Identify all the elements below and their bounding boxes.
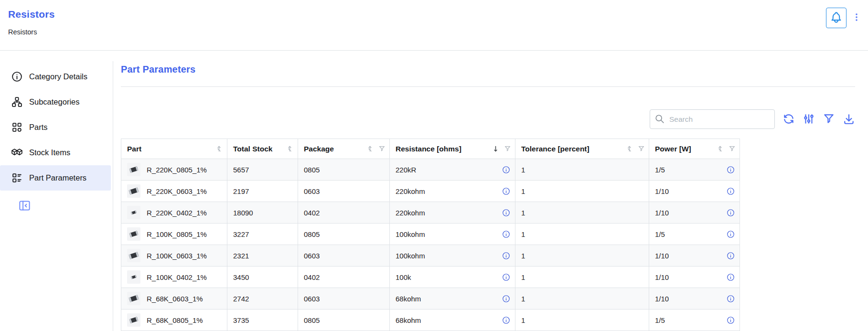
resistance-value: 220kR [396, 166, 416, 174]
filter-icon [823, 119, 835, 127]
sidebar-item-label: Stock Items [29, 148, 70, 157]
info-icon[interactable] [727, 273, 735, 281]
part-name: R_220K_0805_1% [147, 166, 207, 174]
info-icon[interactable] [727, 316, 735, 324]
info-icon[interactable] [502, 209, 510, 217]
column-header-part[interactable]: Part [121, 139, 227, 159]
column-header-stock[interactable]: Total Stock [227, 139, 298, 159]
table-row[interactable]: R_100K_0402_1% 3450 0402 100k 1 1/10 [121, 267, 740, 288]
column-filter-icon[interactable] [504, 145, 511, 152]
download-button[interactable] [842, 113, 855, 126]
info-icon[interactable] [502, 187, 510, 195]
part-name: R_220K_0603_1% [147, 187, 207, 195]
info-icon[interactable] [502, 316, 510, 324]
info-icon[interactable] [502, 295, 510, 303]
sidebar-item-label: Subcategories [29, 97, 80, 107]
table-row[interactable]: R_100K_0805_1% 3227 0805 100kohm 1 1/5 [121, 224, 740, 245]
info-icon[interactable] [502, 230, 510, 238]
column-filter-icon[interactable] [638, 145, 645, 152]
column-filter-icon[interactable] [729, 145, 736, 152]
tolerance-cell: 1 [515, 181, 649, 202]
info-icon[interactable] [727, 166, 735, 174]
part-thumbnail [127, 163, 140, 176]
sidebar-item-subcategories[interactable]: Subcategories [0, 89, 111, 115]
notifications-button[interactable] [826, 8, 847, 28]
info-icon[interactable] [502, 166, 510, 174]
breadcrumb[interactable]: Resistors [8, 28, 868, 36]
resistance-value: 100k [396, 273, 411, 281]
table-row[interactable]: R_100K_0603_1% 2321 0603 100kohm 1 1/10 [121, 245, 740, 267]
tolerance-cell: 1 [515, 245, 649, 267]
total-stock-cell: 3450 [227, 267, 298, 288]
column-header-power[interactable]: Power [W] [649, 139, 740, 159]
total-stock-cell: 5657 [227, 159, 298, 181]
info-icon[interactable] [727, 209, 735, 217]
search-input[interactable] [650, 109, 775, 129]
table-settings-button[interactable] [802, 113, 815, 126]
sidebar-item-stock-items[interactable]: Stock Items [0, 140, 111, 165]
info-icon[interactable] [502, 252, 510, 260]
resistance-value: 68kohm [396, 316, 421, 324]
sidebar: Category DetailsSubcategoriesPartsStock … [0, 51, 113, 331]
table-row[interactable]: R_68K_0603_1% 2742 0603 68kohm 1 1/10 [121, 288, 740, 310]
power-value: 1/10 [655, 252, 669, 260]
power-value: 1/10 [655, 273, 669, 281]
divider [121, 86, 855, 87]
sidebar-item-part-parameters[interactable]: Part Parameters [0, 165, 111, 191]
main-panel: Part Parameters PartTotal StockPackageRe… [113, 51, 868, 331]
resistance-value: 220kohm [396, 187, 425, 195]
column-header-tolerance[interactable]: Tolerance [percent] [515, 139, 649, 159]
total-stock-cell: 18090 [227, 202, 298, 224]
dots-vertical-icon [852, 13, 861, 23]
page-header: Resistors Resistors [0, 0, 868, 51]
tolerance-cell: 1 [515, 224, 649, 245]
list-details-icon [11, 172, 23, 184]
sidebar-item-label: Part Parameters [29, 173, 86, 182]
table-row[interactable]: R_68K_0805_1% 3735 0805 68kohm 1 1/5 [121, 310, 740, 331]
adjustments-icon [803, 119, 815, 127]
total-stock-cell: 2197 [227, 181, 298, 202]
info-icon[interactable] [727, 295, 735, 303]
package-cell: 0805 [298, 310, 390, 331]
sort-desc-icon[interactable] [492, 145, 500, 153]
sort-icon[interactable] [716, 145, 724, 153]
collapse-sidebar-button[interactable] [18, 199, 31, 212]
header-actions [826, 8, 861, 28]
resistance-value: 100kohm [396, 230, 425, 238]
sort-icon[interactable] [625, 145, 633, 153]
sidebar-item-parts[interactable]: Parts [0, 115, 111, 140]
column-label: Power [W] [655, 145, 691, 153]
search-icon [654, 114, 665, 124]
total-stock-cell: 3735 [227, 310, 298, 331]
info-icon[interactable] [502, 273, 510, 281]
table-row[interactable]: R_220K_0603_1% 2197 0603 220kohm 1 1/10 [121, 181, 740, 202]
sort-icon[interactable] [215, 145, 223, 153]
part-thumbnail [127, 313, 140, 327]
column-label: Resistance [ohms] [396, 145, 461, 153]
package-cell: 0603 [298, 288, 390, 310]
part-thumbnail [127, 270, 140, 284]
table-row[interactable]: R_220K_0805_1% 5657 0805 220kR 1 1/5 [121, 159, 740, 181]
info-icon[interactable] [727, 230, 735, 238]
power-value: 1/10 [655, 187, 669, 195]
power-value: 1/5 [655, 316, 665, 324]
overflow-menu-button[interactable] [852, 8, 861, 28]
table-row[interactable]: R_220K_0402_1% 18090 0402 220kohm 1 1/10 [121, 202, 740, 224]
part-thumbnail [127, 249, 140, 262]
bell-icon [830, 11, 843, 25]
column-filter-icon[interactable] [378, 145, 386, 152]
power-value: 1/5 [655, 230, 665, 238]
sort-icon[interactable] [286, 145, 294, 153]
refresh-button[interactable] [782, 113, 795, 126]
info-icon[interactable] [727, 252, 735, 260]
filter-button[interactable] [822, 113, 835, 126]
page-title: Resistors [8, 9, 868, 20]
sort-icon[interactable] [366, 145, 374, 153]
info-icon[interactable] [727, 187, 735, 195]
sidebar-item-category-details[interactable]: Category Details [0, 64, 111, 89]
sidebar-item-label: Parts [29, 123, 48, 132]
column-header-resistance[interactable]: Resistance [ohms] [390, 139, 515, 159]
column-label: Package [304, 145, 334, 153]
part-name: R_220K_0402_1% [147, 209, 207, 217]
column-header-package[interactable]: Package [298, 139, 390, 159]
